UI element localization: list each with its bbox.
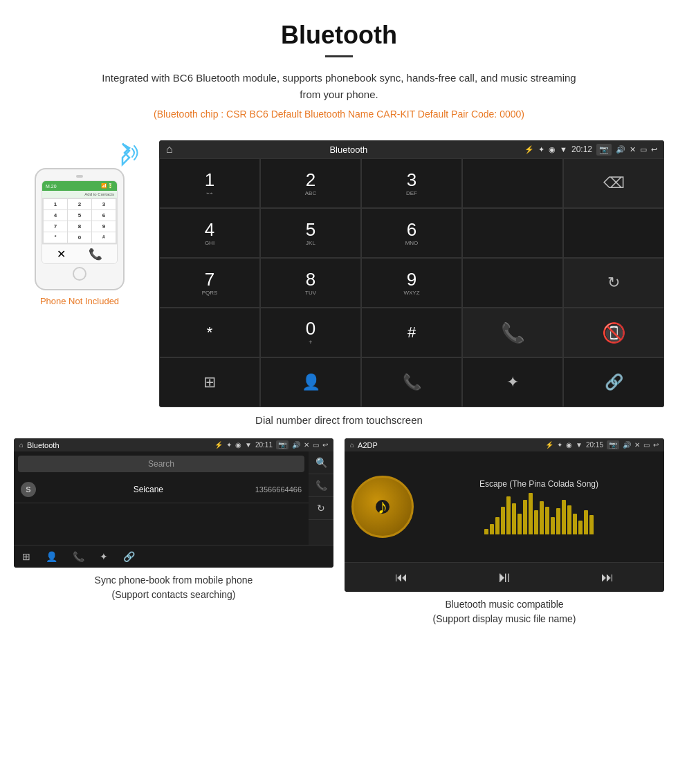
music-caption: Bluetooth music compatible (Support disp… bbox=[345, 597, 664, 626]
person-icon: 👤 bbox=[302, 373, 320, 391]
music-right-panel: Escape (The Pina Colada Song) bbox=[421, 479, 657, 534]
pb-loc-icon: ◉ bbox=[235, 441, 241, 449]
backspace-button[interactable]: ⌫ bbox=[563, 158, 664, 208]
backspace-icon: ⌫ bbox=[603, 174, 625, 192]
key-4[interactable]: 4 GHI bbox=[159, 208, 260, 258]
pb-contact-name: Seicane bbox=[42, 485, 255, 494]
next-track-icon[interactable]: ⏭ bbox=[601, 570, 614, 585]
phone-key-3: 3 bbox=[92, 199, 116, 209]
key-5[interactable]: 5 JKL bbox=[260, 208, 361, 258]
phone-add-contact: Add to Contacts bbox=[42, 191, 117, 198]
eq-bar bbox=[517, 514, 522, 534]
key-8[interactable]: 8 TUV bbox=[260, 258, 361, 308]
toolbar-phone[interactable]: 📞 bbox=[361, 357, 462, 407]
phone-not-included-label: Phone Not Included bbox=[14, 296, 145, 306]
pb-sidebar: 🔍 📞 ↻ bbox=[309, 451, 333, 545]
phone-dial-grid: 1 2 3 4 5 6 7 8 9 * 0 # bbox=[42, 198, 117, 244]
pb-vol-icon[interactable]: 🔊 bbox=[292, 441, 300, 449]
music-close-icon[interactable]: ✕ bbox=[634, 441, 640, 449]
music-win-icon[interactable]: ▭ bbox=[643, 441, 650, 449]
key-star[interactable]: * bbox=[159, 308, 260, 357]
pb-contact-row[interactable]: S Seicane 13566664466 bbox=[14, 476, 309, 503]
display-area bbox=[462, 158, 563, 208]
pb-bottom-bar: ⊞ 👤 📞 ✦ 🔗 bbox=[14, 545, 333, 568]
music-note-icon: ♪ bbox=[378, 495, 388, 519]
bluetooth-signal-icon bbox=[107, 137, 142, 175]
key-7[interactable]: 7 PQRS bbox=[159, 258, 260, 308]
key-hash[interactable]: # bbox=[361, 308, 462, 357]
page-header: Bluetooth Integrated with BC6 Bluetooth … bbox=[0, 0, 678, 140]
phone-icon: 📞 bbox=[403, 373, 421, 391]
music-home-icon[interactable]: ⌂ bbox=[350, 441, 354, 449]
eq-bar bbox=[562, 500, 566, 534]
music-vol-icon[interactable]: 🔊 bbox=[623, 441, 631, 449]
usb-icon: ⚡ bbox=[524, 145, 534, 154]
pb-search-icon[interactable]: 🔍 bbox=[309, 451, 333, 474]
pb-close-icon[interactable]: ✕ bbox=[304, 441, 309, 449]
phone-back-icon: ✕ bbox=[57, 248, 66, 261]
pb-time: 20:11 bbox=[255, 441, 273, 449]
key-9[interactable]: 9 WXYZ bbox=[361, 258, 462, 308]
refresh-icon: ↻ bbox=[607, 274, 620, 292]
phone-screen-title: M.20 bbox=[46, 184, 57, 189]
music-sig-icon: ▼ bbox=[576, 441, 583, 449]
eq-bar bbox=[501, 507, 505, 534]
home-icon[interactable]: ⌂ bbox=[166, 143, 173, 156]
volume-icon[interactable]: 🔊 bbox=[616, 145, 625, 154]
phonebook-screen: ⌂ Bluetooth ⚡ ✦ ◉ ▼ 20:11 📷 🔊 ✕ ▭ ↩ Sear… bbox=[14, 438, 333, 568]
key-0[interactable]: 0 + bbox=[260, 308, 361, 357]
prev-track-icon[interactable]: ⏮ bbox=[395, 570, 407, 585]
music-equalizer bbox=[421, 493, 657, 534]
camera-icon[interactable]: 📷 bbox=[596, 144, 612, 156]
phone-key-0: 0 bbox=[68, 232, 91, 243]
pb-home-icon[interactable]: ⌂ bbox=[19, 441, 24, 449]
key-6[interactable]: 6 MNO bbox=[361, 208, 462, 258]
phone-mockup: M.20 📶🔋 Add to Contacts 1 2 3 4 5 6 7 8 … bbox=[31, 168, 128, 290]
time-display: 20:12 bbox=[571, 144, 592, 154]
pb-refresh-icon[interactable]: ↻ bbox=[309, 497, 333, 520]
music-screen: ⌂ A2DP ⚡ ✦ ◉ ▼ 20:15 📷 🔊 ✕ ▭ ↩ ♪ Escape … bbox=[345, 438, 664, 592]
key-3[interactable]: 3 DEF bbox=[361, 158, 462, 208]
end-call-button[interactable]: 📵 bbox=[563, 308, 664, 357]
pb-call-icon[interactable]: 📞 bbox=[309, 474, 333, 497]
window-icon[interactable]: ▭ bbox=[640, 145, 647, 154]
pb-phone-icon[interactable]: 📞 bbox=[68, 550, 89, 563]
toolbar-grid[interactable]: ⊞ bbox=[159, 357, 260, 407]
key-1[interactable]: 1 ⌁⌁ bbox=[159, 158, 260, 208]
eq-bar bbox=[567, 505, 571, 534]
key-2[interactable]: 2 ABC bbox=[260, 158, 361, 208]
pb-empty-space bbox=[14, 503, 309, 545]
toolbar-contacts[interactable]: 👤 bbox=[260, 357, 361, 407]
music-song-title: Escape (The Pina Colada Song) bbox=[421, 479, 657, 489]
call-button[interactable]: 📞 bbox=[462, 308, 563, 357]
music-controls: ⏮ ⏯ ⏭ bbox=[345, 562, 664, 592]
pb-win-icon[interactable]: ▭ bbox=[313, 441, 319, 449]
pb-bt-bar-icon[interactable]: ✦ bbox=[95, 550, 112, 563]
music-back-icon[interactable]: ↩ bbox=[653, 441, 659, 449]
pb-sig-icon: ▼ bbox=[245, 441, 252, 449]
toolbar-bluetooth[interactable]: ✦ bbox=[462, 357, 563, 407]
close-icon[interactable]: ✕ bbox=[630, 145, 636, 154]
phone-side: M.20 📶🔋 Add to Contacts 1 2 3 4 5 6 7 8 … bbox=[14, 140, 145, 306]
pb-link-icon[interactable]: 🔗 bbox=[119, 550, 139, 563]
phone-screen: M.20 📶🔋 Add to Contacts 1 2 3 4 5 6 7 8 … bbox=[42, 180, 118, 264]
title-divider bbox=[325, 55, 353, 57]
music-item: ⌂ A2DP ⚡ ✦ ◉ ▼ 20:15 📷 🔊 ✕ ▭ ↩ ♪ Escape … bbox=[345, 438, 664, 626]
phone-key-star: * bbox=[44, 232, 67, 243]
pb-back-icon[interactable]: ↩ bbox=[322, 441, 328, 449]
pb-grid-icon[interactable]: ⊞ bbox=[18, 550, 35, 563]
music-cam-icon[interactable]: 📷 bbox=[607, 440, 619, 449]
pb-person-icon[interactable]: 👤 bbox=[42, 550, 62, 563]
bluetooth-specs: (Bluetooth chip : CSR BC6 Default Blueto… bbox=[28, 109, 650, 120]
pb-search-bar[interactable]: Search bbox=[18, 456, 304, 472]
play-pause-icon[interactable]: ⏯ bbox=[497, 568, 512, 586]
link-icon: 🔗 bbox=[605, 373, 623, 391]
toolbar-link[interactable]: 🔗 bbox=[563, 357, 664, 407]
pb-cam-icon[interactable]: 📷 bbox=[276, 440, 288, 449]
call-green-icon: 📞 bbox=[501, 321, 525, 344]
phone-key-5: 5 bbox=[68, 210, 91, 221]
music-usb-icon: ⚡ bbox=[545, 441, 553, 449]
back-icon[interactable]: ↩ bbox=[651, 145, 657, 154]
phone-screen-top: M.20 📶🔋 bbox=[42, 181, 117, 191]
refresh-button[interactable]: ↻ bbox=[563, 258, 664, 308]
